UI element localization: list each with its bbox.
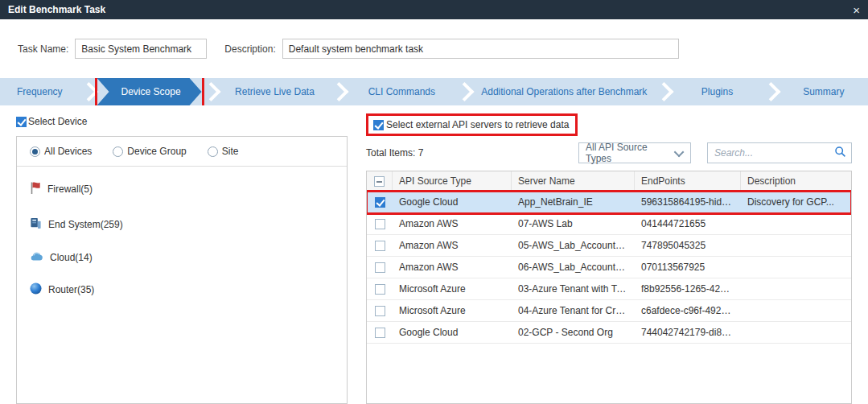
cell-server-name: 05-AWS_Lab_Account_74... <box>512 240 635 251</box>
task-name-label: Task Name: <box>18 43 68 55</box>
table-row[interactable]: Amazon AWS 05-AWS_Lab_Account_74... 7478… <box>367 235 851 257</box>
close-icon[interactable]: × <box>853 4 860 16</box>
cell-endpoints: 744042742179-di8563hg... <box>635 327 741 338</box>
cell-endpoints: 070113567925 <box>635 262 741 273</box>
cell-server-name: 02-GCP - Second Org <box>512 327 635 338</box>
radio-all-devices-icon <box>30 146 40 157</box>
api-table-toolbar: Total Items: 7 All API Source Types <box>366 142 852 163</box>
device-type-end-system[interactable]: End System(259) <box>30 216 334 232</box>
row-checkbox[interactable] <box>375 306 385 316</box>
select-api-servers-checkbox[interactable] <box>373 120 384 130</box>
device-filter-radios: All Devices Device Group Site <box>17 137 347 167</box>
radio-all-devices[interactable]: All Devices <box>30 146 92 157</box>
select-api-servers-label: Select external API servers to retrieve … <box>386 119 569 130</box>
cell-api-source-type: Google Cloud <box>393 196 512 208</box>
device-type-router-label: Router(35) <box>48 284 94 295</box>
device-type-router[interactable]: Router(35) <box>30 282 334 297</box>
table-row[interactable]: Amazon AWS 06-AWS_Lab_Account_07... 0701… <box>367 257 851 278</box>
radio-site[interactable]: Site <box>208 146 239 157</box>
select-api-servers-annotation: Select external API servers to retrieve … <box>366 113 578 136</box>
cell-server-name: 07-AWS Lab <box>512 218 635 229</box>
tab-separator-chevron-icon <box>455 78 473 105</box>
device-type-cloud[interactable]: Cloud(14) <box>30 251 334 263</box>
description-input[interactable] <box>282 39 679 59</box>
row-checkbox[interactable] <box>375 284 385 295</box>
device-type-firewall[interactable]: Firewall(5) <box>30 181 334 197</box>
column-header-endpoints[interactable]: EndPoints <box>635 171 741 191</box>
tab-separator-chevron-icon <box>330 78 348 105</box>
api-server-panel: Select external API servers to retrieve … <box>366 113 852 404</box>
cell-api-source-type: Microsoft Azure <box>393 283 512 295</box>
chevron-down-icon <box>674 146 685 157</box>
end-system-icon <box>30 216 42 232</box>
table-row[interactable]: Google Cloud 02-GCP - Second Org 7440427… <box>367 322 851 344</box>
tab-separator-chevron-icon <box>202 78 220 105</box>
search-input[interactable] <box>714 147 834 159</box>
cell-api-source-type: Amazon AWS <box>393 218 512 229</box>
radio-site-icon <box>208 146 218 157</box>
cell-api-source-type: Google Cloud <box>393 327 512 338</box>
select-device-checkbox[interactable] <box>16 117 27 127</box>
cell-api-source-type: Microsoft Azure <box>393 305 512 316</box>
cell-api-source-type: Amazon AWS <box>393 262 512 273</box>
radio-all-devices-label: All Devices <box>44 146 92 157</box>
table-row[interactable]: Amazon AWS 07-AWS Lab 041444721655 <box>367 213 851 235</box>
api-source-type-dropdown-value: All API Source Types <box>586 142 672 164</box>
cell-server-name: 06-AWS_Lab_Account_07... <box>512 262 635 273</box>
column-header-description[interactable]: Description <box>741 171 851 191</box>
row-checkbox[interactable] <box>375 328 385 338</box>
router-icon <box>30 282 42 297</box>
total-items-label: Total Items: 7 <box>366 147 423 159</box>
cell-api-source-type: Amazon AWS <box>393 240 512 251</box>
radio-device-group[interactable]: Device Group <box>113 146 186 157</box>
row-checkbox[interactable] <box>375 262 385 273</box>
cell-endpoints: 747895045325 <box>635 240 741 251</box>
window-title: Edit Benchmark Task <box>8 4 105 15</box>
api-source-type-dropdown[interactable]: All API Source Types <box>578 142 691 163</box>
tab-separator-chevron-icon <box>80 78 97 105</box>
column-header-server-name[interactable]: Server Name <box>512 171 635 191</box>
select-all-checkbox[interactable] <box>374 176 385 187</box>
device-scope-content: Select Device All Devices Device Group S… <box>0 105 868 404</box>
api-server-table: API Source Type Server Name EndPoints De… <box>366 171 852 404</box>
cell-endpoints: 041444721655 <box>635 218 741 229</box>
device-box: All Devices Device Group Site <box>16 136 348 404</box>
tab-device-scope-annotation: Device Scope <box>97 78 202 105</box>
tab-cli-commands[interactable]: CLI Commands <box>348 78 455 105</box>
tab-additional-operations[interactable]: Additional Operations after Benchmark <box>473 78 655 105</box>
tab-device-scope[interactable]: Device Scope <box>97 78 202 105</box>
row-checkbox[interactable] <box>375 197 385 208</box>
titlebar: Edit Benchmark Task × <box>0 0 868 19</box>
cloud-icon <box>30 251 43 263</box>
column-header-api-source-type[interactable]: API Source Type <box>393 171 512 191</box>
cell-endpoints: c6afdece-c96f-4924-82b... <box>635 305 741 316</box>
device-type-firewall-label: Firewall(5) <box>47 183 93 195</box>
cell-server-name: App_NetBrain_IE <box>512 196 635 208</box>
radio-site-label: Site <box>222 146 239 157</box>
select-device-label: Select Device <box>28 116 87 127</box>
table-row[interactable]: Microsoft Azure 03-Azure Tenant with Tw.… <box>367 278 851 300</box>
firewall-flag-icon <box>30 181 41 197</box>
tab-plugins[interactable]: Plugins <box>673 78 761 105</box>
task-name-input[interactable] <box>75 39 207 59</box>
edit-benchmark-task-dialog: Edit Benchmark Task × Task Name: Descrip… <box>0 0 868 404</box>
cell-description: Discovery for GCP... <box>741 196 851 208</box>
radio-device-group-icon <box>113 146 123 157</box>
table-row[interactable]: Microsoft Azure 04-Azure Tenant for Cro.… <box>367 300 851 322</box>
row-checkbox[interactable] <box>375 219 385 229</box>
task-form-row: Task Name: Description: <box>0 19 868 78</box>
radio-device-group-label: Device Group <box>127 146 186 157</box>
tab-frequency[interactable]: Frequency <box>0 78 80 105</box>
device-selection-panel: Select Device All Devices Device Group S… <box>16 113 348 404</box>
row-checkbox[interactable] <box>375 241 385 251</box>
tab-summary[interactable]: Summary <box>780 78 868 105</box>
table-row[interactable]: Google Cloud App_NetBrain_IE 59631586419… <box>367 192 851 213</box>
tab-separator-chevron-icon <box>762 78 780 105</box>
search-icon <box>834 146 846 160</box>
cell-server-name: 04-Azure Tenant for Cro... <box>512 305 635 316</box>
cell-endpoints: f8b92556-1265-426e-be... <box>635 283 741 295</box>
device-type-list: Firewall(5) End System(259) Cloud(14) <box>17 167 347 311</box>
tab-retrieve-live-data[interactable]: Retrieve Live Data <box>220 78 331 105</box>
tab-separator-chevron-icon <box>655 78 673 105</box>
table-header-row: API Source Type Server Name EndPoints De… <box>367 171 851 192</box>
